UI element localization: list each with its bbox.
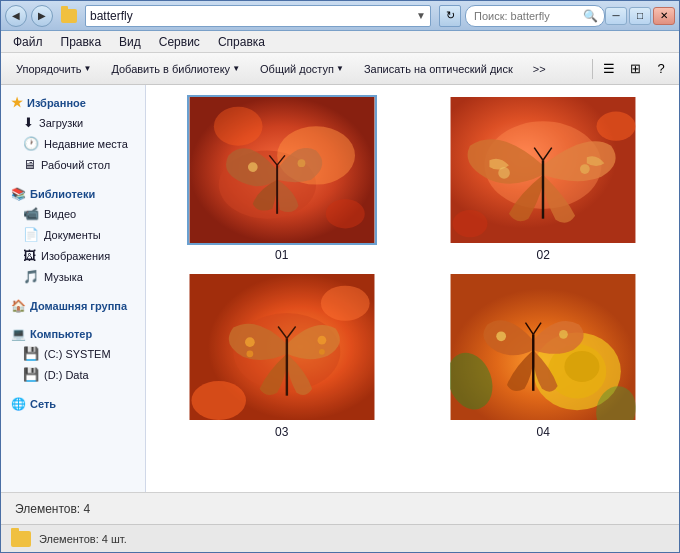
sidebar-item-video[interactable]: 📹 Видео: [1, 203, 145, 224]
sidebar-item-documents[interactable]: 📄 Документы: [1, 224, 145, 245]
explorer-window: ◀ ▶ batterfly ▼ ↻ 🔍 ─ □ ✕ Файл Правка Ви…: [0, 0, 680, 553]
sidebar: ★ Избранное ⬇ Загрузки 🕐 Недавние места …: [1, 85, 146, 492]
refresh-button[interactable]: ↻: [439, 5, 461, 27]
menu-edit[interactable]: Правка: [53, 33, 110, 51]
organize-button[interactable]: Упорядочить ▼: [7, 57, 100, 81]
svg-point-8: [214, 107, 263, 146]
svg-point-37: [497, 331, 507, 341]
sidebar-item-downloads[interactable]: ⬇ Загрузки: [1, 112, 145, 133]
thumb-img-02: [448, 95, 638, 245]
butterfly-svg-02: [450, 97, 636, 243]
svg-point-13: [580, 164, 590, 174]
content-area: 01: [146, 85, 679, 492]
butterfly-svg-04: [450, 274, 636, 420]
svg-point-34: [565, 351, 600, 382]
thumb-label-04: 04: [537, 425, 550, 439]
more-button[interactable]: >>: [524, 57, 555, 81]
svg-rect-30: [189, 274, 374, 420]
svg-point-38: [559, 330, 568, 339]
sidebar-divider-3: [1, 315, 145, 323]
svg-point-17: [597, 112, 636, 141]
sidebar-homegroup-header[interactable]: 🏠 Домашняя группа: [1, 295, 145, 315]
svg-point-6: [248, 162, 258, 172]
downloads-icon: ⬇: [23, 115, 34, 130]
thumb-label-03: 03: [275, 425, 288, 439]
search-input[interactable]: [474, 10, 584, 22]
main-area: ★ Избранное ⬇ Загрузки 🕐 Недавние места …: [1, 85, 679, 492]
butterfly-svg-03: [189, 274, 375, 420]
sidebar-libraries-header[interactable]: 📚 Библиотеки: [1, 183, 145, 203]
computer-icon: 💻: [11, 327, 26, 341]
thumb-item-03[interactable]: 03: [156, 272, 408, 439]
window-controls: ─ □ ✕: [605, 7, 675, 25]
share-arrow: ▼: [336, 64, 344, 73]
sidebar-item-d-drive[interactable]: 💾 (D:) Data: [1, 364, 145, 385]
organize-arrow: ▼: [83, 64, 91, 73]
add-library-button[interactable]: Добавить в библиотеку ▼: [102, 57, 249, 81]
toolbar-separator: [592, 59, 593, 79]
help-button[interactable]: ?: [649, 57, 673, 81]
thumb-label-01: 01: [275, 248, 288, 262]
minimize-button[interactable]: ─: [605, 7, 627, 25]
images-icon: 🖼: [23, 248, 36, 263]
menu-file[interactable]: Файл: [5, 33, 51, 51]
toolbar: Упорядочить ▼ Добавить в библиотеку ▼ Об…: [1, 53, 679, 85]
c-drive-icon: 💾: [23, 346, 39, 361]
svg-point-9: [326, 199, 365, 228]
close-button[interactable]: ✕: [653, 7, 675, 25]
status-folder-icon: [11, 531, 31, 547]
thumb-img-03: [187, 272, 377, 422]
video-icon: 📹: [23, 206, 39, 221]
sidebar-item-music[interactable]: 🎵 Музыка: [1, 266, 145, 287]
menu-help[interactable]: Справка: [210, 33, 273, 51]
thumb-img-04: [448, 272, 638, 422]
desktop-icon: 🖥: [23, 157, 36, 172]
thumb-item-01[interactable]: 01: [156, 95, 408, 262]
view-list-button[interactable]: ☰: [597, 57, 621, 81]
toolbar-right: ☰ ⊞ ?: [590, 57, 673, 81]
svg-point-18: [453, 210, 488, 237]
add-library-arrow: ▼: [232, 64, 240, 73]
forward-button[interactable]: ▶: [31, 5, 53, 27]
sidebar-item-recent[interactable]: 🕐 Недавние места: [1, 133, 145, 154]
thumb-item-02[interactable]: 02: [418, 95, 670, 262]
sidebar-network-header[interactable]: 🌐 Сеть: [1, 393, 145, 413]
item-count-bottom: Элементов: 4 шт.: [39, 533, 127, 545]
svg-point-7: [297, 159, 305, 167]
sidebar-item-images[interactable]: 🖼 Изображения: [1, 245, 145, 266]
sidebar-computer-header[interactable]: 💻 Компьютер: [1, 323, 145, 343]
sidebar-favorites-header[interactable]: ★ Избранное: [1, 91, 145, 112]
view-tiles-button[interactable]: ⊞: [623, 57, 647, 81]
thumb-label-02: 02: [537, 248, 550, 262]
sidebar-item-c-drive[interactable]: 💾 (C:) SYSTEM: [1, 343, 145, 364]
titlebar: ◀ ▶ batterfly ▼ ↻ 🔍 ─ □ ✕: [1, 1, 679, 31]
address-bar[interactable]: batterfly ▼: [85, 5, 431, 27]
recent-icon: 🕐: [23, 136, 39, 151]
menu-service[interactable]: Сервис: [151, 33, 208, 51]
butterfly-svg-01: [189, 97, 375, 243]
menu-view[interactable]: Вид: [111, 33, 149, 51]
sidebar-divider-1: [1, 175, 145, 183]
statusbar-top: Элементов: 4: [1, 492, 679, 524]
search-box[interactable]: 🔍: [465, 5, 605, 27]
thumb-img-01: [187, 95, 377, 245]
share-button[interactable]: Общий доступ ▼: [251, 57, 353, 81]
address-dropdown-arrow[interactable]: ▼: [416, 10, 426, 21]
star-icon: ★: [11, 95, 23, 110]
item-count-top: Элементов: 4: [15, 502, 90, 516]
network-icon: 🌐: [11, 397, 26, 411]
music-icon: 🎵: [23, 269, 39, 284]
search-icon: 🔍: [583, 9, 598, 23]
maximize-button[interactable]: □: [629, 7, 651, 25]
burn-button[interactable]: Записать на оптический диск: [355, 57, 522, 81]
address-text: batterfly: [90, 9, 416, 23]
menubar: Файл Правка Вид Сервис Справка: [1, 31, 679, 53]
sidebar-divider-4: [1, 385, 145, 393]
sidebar-item-desktop[interactable]: 🖥 Рабочий стол: [1, 154, 145, 175]
back-button[interactable]: ◀: [5, 5, 27, 27]
statusbar-bottom: Элементов: 4 шт.: [1, 524, 679, 552]
libraries-icon: 📚: [11, 187, 26, 201]
thumb-item-04[interactable]: 04: [418, 272, 670, 439]
folder-icon: [61, 9, 77, 23]
d-drive-icon: 💾: [23, 367, 39, 382]
